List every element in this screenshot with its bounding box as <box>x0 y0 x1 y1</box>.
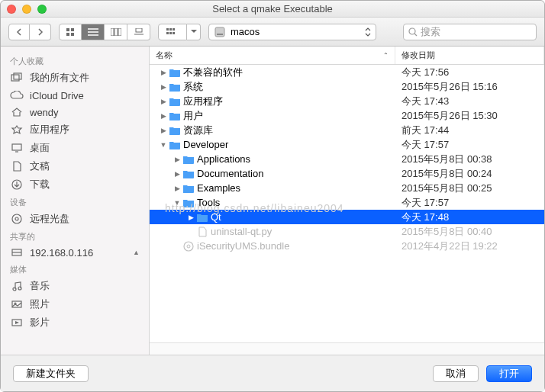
file-row[interactable]: ▶Examples2015年5月8日 00:25 <box>150 181 544 195</box>
folder-icon <box>168 82 182 92</box>
sidebar: 个人收藏我的所有文件iCloud Drivewendy应用程序桌面文稿下载设备远… <box>1 47 150 355</box>
new-folder-button[interactable]: 新建文件夹 <box>13 365 89 382</box>
file-row[interactable]: ▶资源库前天 17:44 <box>150 123 544 137</box>
file-name: 资源库 <box>182 124 395 137</box>
sidebar-item-label: 应用程序 <box>30 123 69 137</box>
icon-view-button[interactable] <box>59 24 82 40</box>
sidebar-section-header: 设备 <box>1 194 149 210</box>
svg-point-20 <box>409 28 415 34</box>
file-row[interactable]: ▶应用程序今天 17:43 <box>150 94 544 108</box>
eject-icon[interactable]: ▲ <box>133 249 140 256</box>
disclosure-triangle-icon[interactable]: ▶ <box>173 170 182 178</box>
search-placeholder: 搜索 <box>421 25 440 39</box>
disclosure-triangle-icon[interactable]: ▶ <box>159 112 168 120</box>
view-mode-group <box>59 24 150 40</box>
file-row[interactable]: ▶用户2015年5月26日 15:30 <box>150 108 544 123</box>
svg-rect-15 <box>166 32 169 34</box>
file-icon <box>195 227 209 237</box>
disclosure-triangle-icon[interactable]: ▶ <box>159 83 168 91</box>
sidebar-item[interactable]: 192.168.0.116▲ <box>1 244 149 261</box>
open-button[interactable]: 打开 <box>486 365 532 382</box>
column-view-button[interactable] <box>105 24 127 40</box>
coverflow-view-button[interactable] <box>127 24 150 40</box>
disclosure-triangle-icon[interactable]: ▶ <box>173 185 182 192</box>
list-view-button[interactable] <box>82 24 105 40</box>
svg-point-28 <box>15 217 18 220</box>
dialog-body: 个人收藏我的所有文件iCloud Drivewendy应用程序桌面文稿下载设备远… <box>1 47 544 355</box>
svg-rect-19 <box>217 34 223 35</box>
sidebar-item[interactable]: 桌面 <box>1 139 149 157</box>
column-headers: 名称 ⌃ 修改日期 <box>150 47 544 65</box>
file-date: 今天 17:48 <box>395 210 544 224</box>
disclosure-triangle-icon[interactable]: ▶ <box>159 127 168 134</box>
column-header-name[interactable]: 名称 ⌃ <box>150 47 395 64</box>
file-row[interactable]: ▶系统2015年5月26日 15:16 <box>150 79 544 94</box>
file-date: 2015年5月8日 00:24 <box>395 167 544 181</box>
sidebar-section-header: 个人收藏 <box>1 53 149 69</box>
dialog-footer: 新建文件夹 取消 打开 <box>1 355 544 391</box>
server-icon <box>10 246 24 259</box>
search-field[interactable]: 搜索 <box>403 24 537 40</box>
file-row[interactable]: ▶Qt今天 17:48 <box>150 210 544 224</box>
window-title: Select a qmake Executable <box>1 3 544 14</box>
svg-point-27 <box>12 214 21 223</box>
file-name: iSecurityUMS.bundle <box>195 240 395 252</box>
sidebar-item[interactable]: 下载 <box>1 175 149 194</box>
all-files-icon <box>10 72 24 84</box>
file-date: 今天 17:43 <box>395 95 544 108</box>
back-button[interactable] <box>8 24 30 40</box>
sidebar-item[interactable]: 照片 <box>1 295 149 313</box>
disclosure-triangle-icon[interactable]: ▶ <box>159 98 168 105</box>
path-popup-button[interactable]: macos <box>208 24 376 40</box>
file-date: 前天 17:44 <box>395 124 544 137</box>
sidebar-item[interactable]: iCloud Drive <box>1 87 149 104</box>
path-label: macos <box>231 26 260 37</box>
disclosure-triangle-icon[interactable]: ▼ <box>159 141 168 149</box>
sidebar-item-label: 照片 <box>30 297 50 311</box>
svg-rect-24 <box>12 144 21 150</box>
titlebar: Select a qmake Executable <box>1 1 544 18</box>
disclosure-triangle-icon[interactable]: ▶ <box>186 214 195 221</box>
svg-point-37 <box>187 245 190 248</box>
sidebar-item[interactable]: 文稿 <box>1 157 149 175</box>
bundle-icon <box>182 241 195 252</box>
cancel-button[interactable]: 取消 <box>433 365 479 382</box>
folder-icon <box>168 140 182 149</box>
file-row[interactable]: ▶Documentation2015年5月8日 00:24 <box>150 166 544 181</box>
folder-icon <box>168 68 182 77</box>
arrange-dropdown[interactable] <box>187 24 201 40</box>
updown-icon <box>365 27 371 37</box>
sidebar-item[interactable]: wendy <box>1 104 149 120</box>
file-name: Tools <box>195 197 395 208</box>
file-row[interactable]: ▼Tools今天 17:57 <box>150 195 544 210</box>
file-list[interactable]: http://blog.csdn.net/libaineu2004 ▶不兼容的软… <box>150 65 544 342</box>
file-date: 2015年5月8日 00:40 <box>395 225 544 239</box>
file-row[interactable]: ▼Developer今天 17:57 <box>150 137 544 152</box>
sidebar-item-label: 我的所有文件 <box>30 71 89 85</box>
file-row[interactable]: ▶不兼容的软件今天 17:56 <box>150 65 544 79</box>
disclosure-triangle-icon[interactable]: ▶ <box>159 69 168 76</box>
horizontal-scrollbar[interactable] <box>150 342 544 355</box>
file-name: Examples <box>195 182 395 194</box>
forward-button[interactable] <box>30 24 51 40</box>
sidebar-item[interactable]: 远程光盘 <box>1 210 149 228</box>
disclosure-triangle-icon[interactable]: ▶ <box>173 156 182 163</box>
svg-rect-18 <box>215 27 224 37</box>
file-row[interactable]: ▶Applications2015年5月8日 00:38 <box>150 152 544 166</box>
svg-rect-12 <box>166 28 169 31</box>
sidebar-item[interactable]: 我的所有文件 <box>1 69 149 87</box>
disclosure-triangle-icon[interactable]: ▼ <box>173 199 182 207</box>
column-header-date[interactable]: 修改日期 <box>395 47 544 64</box>
apps-icon <box>10 124 24 136</box>
file-name: Applications <box>195 153 395 165</box>
file-name: 用户 <box>182 109 395 123</box>
sidebar-item-label: iCloud Drive <box>30 90 84 101</box>
sidebar-item[interactable]: 音乐 <box>1 277 149 295</box>
arrange-button[interactable] <box>158 24 187 40</box>
sidebar-item-label: 影片 <box>30 316 50 329</box>
svg-rect-23 <box>14 73 21 79</box>
sidebar-item[interactable]: 应用程序 <box>1 120 149 139</box>
svg-rect-10 <box>136 28 142 32</box>
file-date: 2012年4月22日 19:22 <box>395 239 544 253</box>
sidebar-item[interactable]: 影片 <box>1 313 149 332</box>
